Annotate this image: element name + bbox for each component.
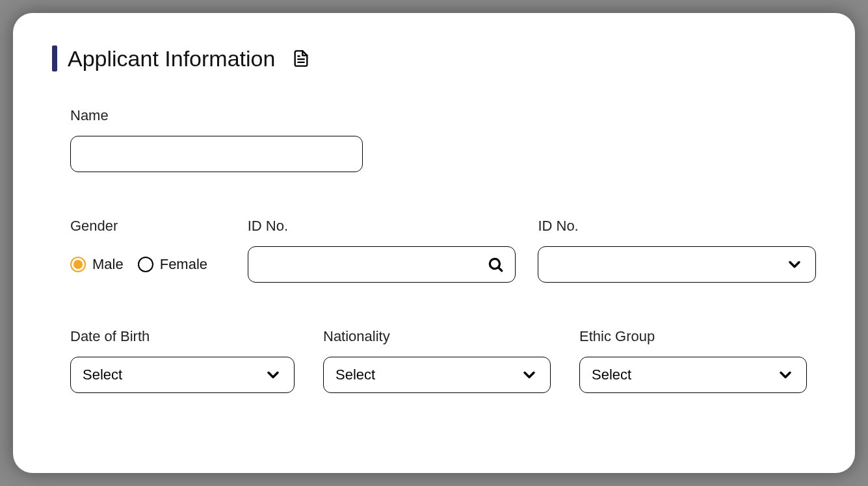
field-date-of-birth: Date of Birth Select — [70, 328, 295, 393]
field-nationality: Nationality Select — [323, 328, 551, 393]
heading-accent-bar — [52, 45, 57, 71]
chevron-down-icon — [776, 366, 795, 384]
field-gender: Gender Male Female — [70, 218, 226, 283]
field-id-number-select: ID No. — [538, 218, 816, 283]
label-gender: Gender — [70, 218, 226, 235]
row-name: Name — [70, 107, 816, 172]
radio-label-female: Female — [160, 256, 207, 273]
row-dob-nationality-ethic: Date of Birth Select Nationality Select — [70, 328, 816, 393]
id-input-wrapper — [248, 246, 516, 283]
label-name: Name — [70, 107, 363, 124]
label-id-number-input: ID No. — [248, 218, 516, 235]
radio-label-male: Male — [92, 256, 124, 273]
radio-dot — [73, 260, 83, 269]
chevron-down-icon — [520, 366, 538, 384]
radio-male[interactable]: Male — [70, 256, 124, 273]
ethic-group-select[interactable]: Select — [579, 357, 807, 393]
nationality-value: Select — [335, 366, 375, 383]
section-title: Applicant Information — [68, 46, 275, 71]
field-id-number-input: ID No. — [248, 218, 516, 283]
ethic-group-value: Select — [592, 366, 631, 383]
name-input[interactable] — [70, 136, 363, 172]
form-card: Applicant Information Name Gender — [13, 13, 855, 473]
radio-circle-male — [70, 257, 86, 272]
radio-female[interactable]: Female — [138, 256, 207, 273]
label-id-number-select: ID No. — [538, 218, 816, 235]
row-gender-id: Gender Male Female ID No. — [70, 218, 816, 283]
date-of-birth-select[interactable]: Select — [70, 357, 295, 393]
field-name: Name — [70, 107, 363, 172]
field-ethic-group: Ethic Group Select — [579, 328, 807, 393]
gender-radio-group: Male Female — [70, 246, 226, 283]
label-ethic-group: Ethic Group — [579, 328, 807, 345]
label-nationality: Nationality — [323, 328, 551, 345]
radio-circle-female — [138, 257, 153, 272]
chevron-down-icon — [785, 255, 804, 274]
document-icon — [292, 49, 310, 68]
id-number-input[interactable] — [248, 246, 516, 283]
label-date-of-birth: Date of Birth — [70, 328, 295, 345]
nationality-select[interactable]: Select — [323, 357, 551, 393]
form-area: Name Gender Male Female — [52, 107, 816, 393]
section-heading: Applicant Information — [52, 45, 816, 71]
date-of-birth-value: Select — [83, 366, 122, 383]
id-number-select[interactable] — [538, 246, 816, 283]
chevron-down-icon — [264, 366, 282, 384]
